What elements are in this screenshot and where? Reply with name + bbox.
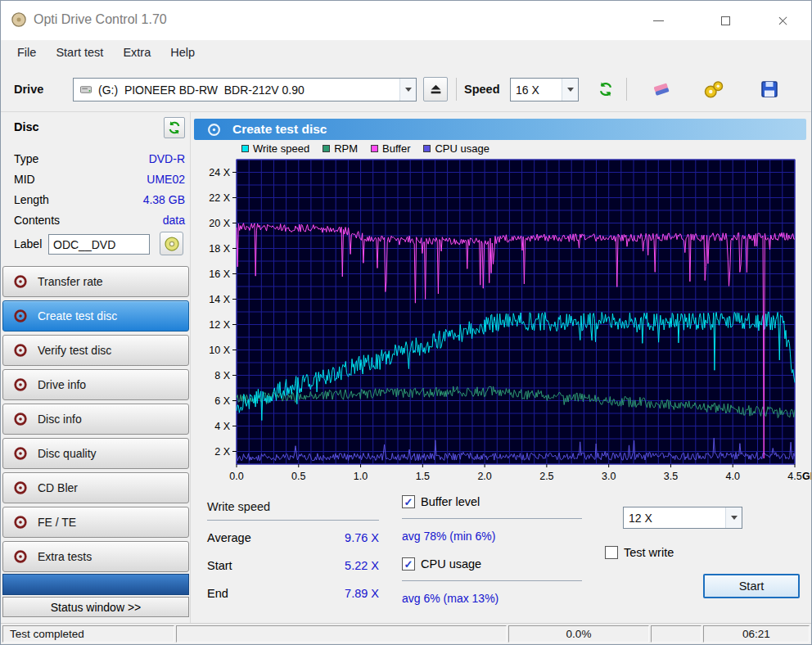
minimize-button[interactable] bbox=[644, 9, 672, 32]
svg-text:12 X: 12 X bbox=[209, 319, 230, 331]
info-label: Contents bbox=[14, 214, 60, 227]
svg-text:1.5: 1.5 bbox=[416, 471, 430, 482]
disc-label-caption: Label bbox=[14, 237, 42, 250]
stat-value: 7.89 X bbox=[345, 587, 379, 600]
legend-label: Write speed bbox=[253, 142, 309, 155]
svg-text:0.5: 0.5 bbox=[291, 471, 305, 482]
sidebar-item-disc-quality[interactable]: Disc quality bbox=[2, 438, 189, 469]
start-button[interactable]: Start bbox=[703, 574, 800, 598]
refresh-icon bbox=[598, 81, 614, 97]
save-button[interactable] bbox=[757, 77, 782, 101]
sidebar-item-cd-bler[interactable]: CD Bler bbox=[2, 472, 189, 503]
menu-start-test[interactable]: Start test bbox=[46, 43, 113, 62]
info-value: DVD-R bbox=[149, 152, 185, 165]
app-icon bbox=[11, 11, 27, 28]
disc-icon bbox=[13, 549, 28, 564]
buffer-stat: avg 78% (min 6%) bbox=[402, 530, 495, 543]
elapsed-time: 06:21 bbox=[742, 628, 770, 640]
status-blank-segment bbox=[651, 625, 701, 643]
stat-label: Start bbox=[207, 559, 232, 572]
test-write-checkbox-row[interactable]: Test write bbox=[605, 546, 674, 559]
sidebar-item-verify-test-disc[interactable]: Verify test disc bbox=[2, 335, 189, 366]
legend-write-speed: Write speed bbox=[241, 142, 309, 155]
close-button[interactable] bbox=[769, 9, 796, 32]
status-window-button[interactable]: Status window >> bbox=[2, 597, 189, 617]
svg-text:18 X: 18 X bbox=[209, 243, 230, 255]
write-speed-swatch bbox=[241, 145, 249, 152]
refresh-drive-button[interactable] bbox=[593, 77, 618, 101]
status-text-segment: Test completed bbox=[2, 625, 174, 643]
start-row: Start 5.22 X bbox=[207, 559, 379, 572]
menu-help[interactable]: Help bbox=[160, 43, 205, 62]
erase-disc-button[interactable] bbox=[649, 77, 674, 101]
stat-value: 9.76 X bbox=[345, 531, 379, 544]
info-value: UME02 bbox=[147, 173, 185, 186]
buffer-level-checkbox[interactable]: ✓ bbox=[402, 495, 415, 508]
menu-file[interactable]: File bbox=[7, 43, 46, 62]
status-window-label: Status window >> bbox=[51, 601, 142, 614]
toolbar-separator bbox=[626, 78, 627, 101]
elapsed-time-segment: 06:21 bbox=[703, 625, 810, 643]
svg-text:14 X: 14 X bbox=[209, 294, 230, 305]
minimize-icon bbox=[653, 20, 664, 21]
sidebar-item-drive-info[interactable]: Drive info bbox=[2, 369, 189, 400]
speed-select-value: 16 X bbox=[511, 83, 539, 97]
sidebar-item-create-test-disc[interactable]: Create test disc bbox=[2, 300, 189, 332]
menu-bar: File Start test Extra Help bbox=[1, 40, 811, 65]
disc-info-row-type: Type DVD-R bbox=[1, 148, 190, 169]
sidebar-item-transfer-rate[interactable]: Transfer rate bbox=[2, 266, 189, 297]
disc-icon bbox=[13, 377, 28, 392]
drive-select-arrow[interactable] bbox=[399, 79, 416, 101]
sidebar-item-label: Drive info bbox=[38, 378, 86, 391]
chevron-down-icon bbox=[731, 516, 738, 520]
svg-text:4 X: 4 X bbox=[214, 421, 230, 432]
disc-label-button[interactable] bbox=[160, 232, 183, 255]
svg-text:24 X: 24 X bbox=[209, 167, 230, 178]
end-row: End 7.89 X bbox=[207, 587, 379, 600]
test-chart: 2 X4 X6 X8 X10 X12 X14 X16 X18 X20 X22 X… bbox=[191, 155, 811, 492]
sidebar-item-label: CD Bler bbox=[38, 481, 78, 494]
main-panel: Create test disc Write speed RPM Buffer … bbox=[191, 112, 811, 623]
speed-label: Speed bbox=[464, 83, 500, 96]
panel-header: Create test disc bbox=[194, 119, 806, 140]
sidebar-item-fe-te[interactable]: FE / TE bbox=[2, 507, 189, 538]
cpu-usage-checkbox-row[interactable]: ✓ CPU usage bbox=[402, 557, 481, 571]
start-button-label: Start bbox=[739, 580, 765, 593]
cpu-usage-checkbox[interactable]: ✓ bbox=[402, 557, 415, 571]
divider bbox=[402, 518, 582, 519]
refresh-icon bbox=[167, 120, 182, 135]
maximize-button[interactable] bbox=[711, 9, 739, 32]
eject-icon bbox=[429, 83, 443, 97]
buffer-level-checkbox-row[interactable]: ✓ Buffer level bbox=[402, 495, 480, 508]
info-value: data bbox=[163, 214, 185, 227]
disc-panel-title: Disc bbox=[14, 120, 39, 133]
status-blank-segment bbox=[176, 625, 507, 643]
settings-button[interactable] bbox=[701, 77, 726, 101]
speed-select-arrow[interactable] bbox=[562, 79, 578, 101]
svg-text:4.0: 4.0 bbox=[726, 471, 740, 482]
legend-buffer: Buffer bbox=[371, 142, 410, 155]
test-write-checkbox[interactable] bbox=[605, 546, 618, 559]
drive-select[interactable]: (G:) PIONEER BD-RW BDR-212V 0.90 bbox=[73, 78, 417, 101]
write-speed-select-arrow[interactable] bbox=[725, 507, 742, 528]
write-speed-select-value: 12 X bbox=[624, 512, 652, 525]
rpm-swatch bbox=[323, 145, 330, 152]
sidebar-item-extra-tests[interactable]: Extra tests bbox=[2, 541, 189, 572]
sidebar-item-label: Disc quality bbox=[38, 447, 97, 460]
drive-select-value: (G:) PIONEER BD-RW BDR-212V 0.90 bbox=[93, 83, 304, 97]
write-speed-select[interactable]: 12 X bbox=[623, 507, 742, 529]
sidebar-item-disc-info[interactable]: Disc info bbox=[2, 404, 189, 435]
drive-label: Drive bbox=[14, 83, 43, 96]
refresh-disc-button[interactable] bbox=[164, 117, 185, 138]
window-title: Opti Drive Control 1.70 bbox=[34, 12, 167, 27]
toolbar: Drive (G:) PIONEER BD-RW BDR-212V 0.90 S… bbox=[1, 65, 811, 112]
speed-select[interactable]: 16 X bbox=[510, 78, 579, 101]
menu-extra[interactable]: Extra bbox=[113, 43, 160, 62]
disc-info-row-mid: MID UME02 bbox=[1, 169, 190, 189]
legend-label: CPU usage bbox=[435, 142, 489, 155]
sidebar-item-label: Verify test disc bbox=[38, 344, 111, 357]
eject-button[interactable] bbox=[423, 77, 448, 101]
status-bar: Test completed 0.0% 06:21 bbox=[1, 623, 811, 644]
disc-label-input[interactable] bbox=[48, 234, 150, 255]
cpu-stat: avg 6% (max 13%) bbox=[402, 592, 498, 605]
